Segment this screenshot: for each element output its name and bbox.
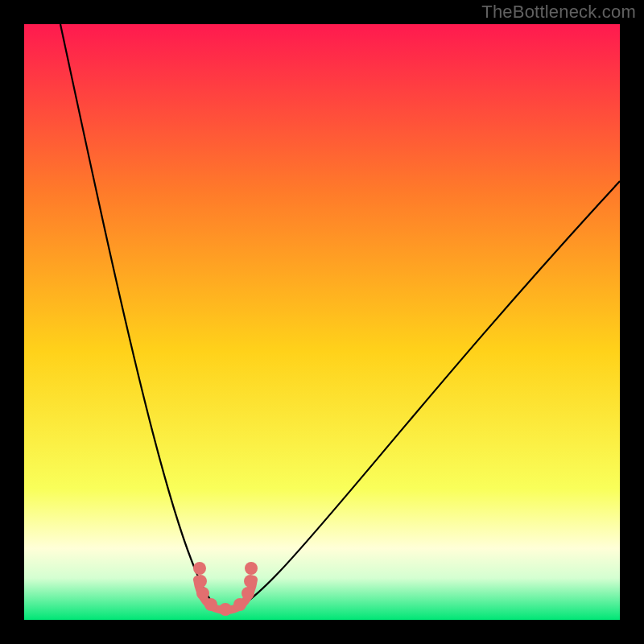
- trough-dot: [196, 587, 209, 600]
- trough-dot: [233, 598, 246, 611]
- chart-container: TheBottleneck.com: [0, 0, 644, 644]
- trough-dot: [245, 562, 258, 575]
- trough-dot: [204, 598, 217, 611]
- plot-background: [24, 24, 620, 620]
- trough-dot: [219, 603, 232, 616]
- bottleneck-chart-svg: [0, 0, 644, 644]
- trough-dot: [244, 575, 257, 588]
- trough-dot: [193, 562, 206, 575]
- watermark-text: TheBottleneck.com: [481, 2, 636, 23]
- trough-dot: [194, 575, 207, 588]
- trough-dot: [242, 587, 254, 600]
